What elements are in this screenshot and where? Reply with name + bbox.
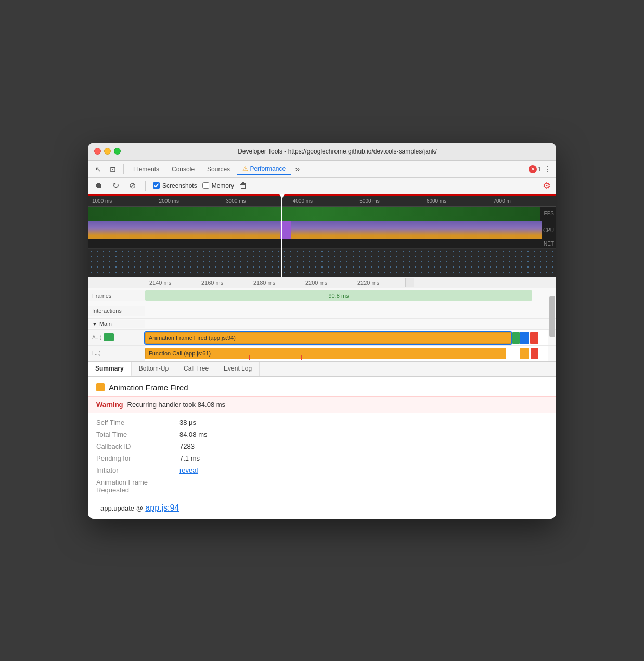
collapse-icon: ▼: [92, 321, 97, 327]
memory-checkbox[interactable]: [202, 182, 209, 189]
red-indicator-2: [531, 348, 538, 359]
event-color-box: [96, 383, 105, 391]
time-mark-6: 6000 ms: [422, 197, 490, 205]
time-mark-7: 7000 m: [489, 197, 556, 205]
timeline-overview[interactable]: 1000 ms 2000 ms 3000 ms 4000 ms 5000 ms …: [88, 194, 556, 277]
val-callback-id: 7283: [179, 442, 548, 450]
recording-toolbar: ⏺ ↻ ⊘ Screenshots Memory 🗑 ⚙: [88, 178, 556, 194]
val-animation-frame: [179, 478, 548, 494]
tab-summary[interactable]: Summary: [88, 362, 132, 376]
frames-track: Frames 90.8 ms: [88, 288, 556, 303]
title-bar: Developer Tools - https://googlechrome.g…: [88, 143, 556, 161]
key-callback-id: Callback ID: [96, 442, 179, 450]
green-indicator-1: [512, 332, 520, 344]
time-mark-3: 3000 ms: [222, 197, 289, 205]
flame-content-2[interactable]: Function Call (app.js:61): [145, 346, 548, 361]
blue-indicator-1: [520, 332, 529, 344]
flame-prefix-2: F...): [92, 350, 101, 356]
frames-content: 90.8 ms: [145, 288, 548, 303]
val-self-time: 38 μs: [179, 418, 548, 426]
main-label[interactable]: ▼ Main: [88, 320, 145, 328]
frames-bar: 90.8 ms: [145, 290, 532, 301]
cursor-icon[interactable]: ↖: [92, 163, 105, 175]
cpu-row: CPU: [88, 221, 556, 239]
warning-text: Recurring handler took 84.08 ms: [127, 401, 226, 409]
frames-duration: 90.8 ms: [328, 293, 349, 299]
main-toolbar: ↖ ⊡ Elements Console Sources ⚠ Performan…: [88, 161, 556, 178]
initiator-link[interactable]: reveal: [179, 466, 548, 474]
timeline-cursor: [281, 194, 282, 277]
detail-time-3: 2180 ms: [249, 278, 301, 287]
screenshots-checkbox[interactable]: [153, 182, 160, 189]
flame-content-1[interactable]: Animation Frame Fired (app.js:94): [145, 330, 548, 345]
time-mark-5: 5000 ms: [355, 197, 422, 205]
red-tick: [249, 355, 250, 360]
tab-bottom-up[interactable]: Bottom-Up: [132, 362, 176, 376]
warning-label: Warning: [96, 401, 123, 409]
screenshot-dots: [88, 249, 556, 277]
orange-indicator-2: [520, 348, 529, 359]
maximize-button[interactable]: [114, 148, 121, 155]
tab-call-tree[interactable]: Call Tree: [176, 362, 216, 376]
net-label: NET: [544, 241, 554, 247]
time-ruler: 1000 ms 2000 ms 3000 ms 4000 ms 5000 ms …: [88, 196, 556, 207]
summary-panel: Animation Frame Fired Warning Recurring …: [88, 377, 556, 519]
detail-time-1: 2140 ms: [145, 278, 197, 287]
key-initiator: Initiator: [96, 466, 179, 474]
bottom-tabs: Summary Bottom-Up Call Tree Event Log: [88, 362, 556, 377]
animation-frame-fired-bar[interactable]: Animation Frame Fired (app.js:94): [145, 332, 511, 344]
window-title: Developer Tools - https://googlechrome.g…: [125, 148, 550, 155]
stack-link[interactable]: app.js:94: [145, 503, 179, 512]
function-call-bar[interactable]: Function Call (app.js:61): [145, 348, 506, 359]
flame-row-2: F...) Function Call (app.js:61): [88, 346, 556, 361]
tab-sources[interactable]: Sources: [202, 163, 235, 175]
cpu-label: CPU: [543, 227, 554, 233]
detail-time-5: 2220 ms: [353, 278, 405, 287]
settings-button[interactable]: ⚙: [543, 180, 551, 192]
flame-green-indicator: [104, 333, 114, 341]
main-label-text: Main: [99, 321, 112, 327]
clear-button[interactable]: ⊘: [126, 180, 138, 192]
stack-prefix: app.update @: [100, 504, 143, 512]
record-button[interactable]: ⏺: [93, 180, 105, 192]
tab-event-log[interactable]: Event Log: [216, 362, 260, 376]
main-header-row: ▼ Main: [88, 319, 556, 330]
key-pending-for: Pending for: [96, 454, 179, 462]
red-indicator-1: [530, 332, 538, 344]
interactions-track: Interactions: [88, 303, 556, 319]
key-total-time: Total Time: [96, 430, 179, 438]
info-grid: Self Time 38 μs Total Time 84.08 ms Call…: [88, 413, 556, 499]
tab-performance[interactable]: ⚠ Performance: [237, 163, 291, 175]
interactions-content: [145, 303, 548, 318]
flame-row-1: A...) Animation Frame Fired (app.js:94): [88, 330, 556, 346]
interactions-label: Interactions: [88, 306, 145, 316]
screenshots-checkbox-label[interactable]: Screenshots: [153, 182, 197, 189]
flame-label-1: A...): [88, 330, 145, 345]
reload-button[interactable]: ↻: [110, 180, 121, 192]
detail-time-2: 2160 ms: [197, 278, 249, 287]
error-icon[interactable]: ✕: [529, 165, 537, 173]
summary-title-row: Animation Frame Fired: [88, 377, 556, 396]
error-count: 1: [538, 166, 542, 173]
tab-console[interactable]: Console: [166, 163, 200, 175]
animation-frame-fired-text: Animation Frame Fired (app.js:94): [149, 335, 236, 341]
detail-time-ruler: 2140 ms 2160 ms 2180 ms 2200 ms 2220 ms: [88, 277, 556, 288]
warning-row: Warning Recurring handler took 84.08 ms: [88, 396, 556, 413]
mobile-icon[interactable]: ⊡: [107, 163, 119, 175]
fps-label: FPS: [544, 211, 554, 217]
net-row: NET: [88, 239, 556, 249]
function-call-text: Function Call (app.js:61): [149, 350, 211, 357]
kebab-menu[interactable]: ⋮: [544, 164, 552, 174]
scrollbar[interactable]: [405, 278, 414, 287]
trash-button[interactable]: 🗑: [239, 181, 248, 190]
cpu-fill: [88, 221, 542, 239]
devtools-window: Developer Tools - https://googlechrome.g…: [88, 143, 556, 519]
traffic-lights: [94, 148, 121, 155]
minimize-button[interactable]: [104, 148, 111, 155]
close-button[interactable]: [94, 148, 101, 155]
tab-elements[interactable]: Elements: [128, 163, 164, 175]
memory-checkbox-label[interactable]: Memory: [202, 182, 234, 189]
screenshots-label: Screenshots: [162, 182, 197, 189]
more-tabs-button[interactable]: »: [293, 164, 302, 174]
stack-row: app.update @ app.js:94: [88, 499, 556, 519]
